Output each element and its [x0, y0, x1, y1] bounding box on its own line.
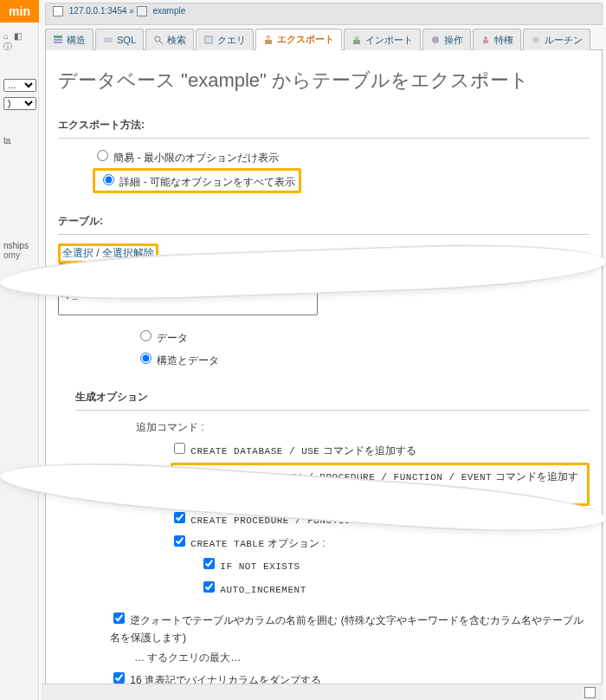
svg-rect-11	[483, 40, 488, 43]
breadcrumb-sep: »	[129, 6, 134, 16]
sql-icon	[103, 35, 113, 45]
radio-custom-label[interactable]: 詳細 - 可能なオプションをすべて表示	[99, 176, 295, 188]
radio-data[interactable]	[140, 330, 152, 341]
page-title: データベース "example" からテーブルをエクスポート	[58, 68, 590, 94]
tab-query[interactable]: クエリ	[196, 29, 254, 50]
section-export-method: エクスポート方法:	[58, 118, 590, 133]
cb-create-db[interactable]	[174, 443, 185, 454]
cb-enclose[interactable]	[113, 612, 125, 624]
help-icon[interactable]: ⓘ	[3, 42, 12, 51]
db-select[interactable]: )	[3, 97, 36, 110]
radio-data-label[interactable]: データ	[136, 332, 188, 344]
cb-hex[interactable]	[113, 672, 125, 684]
svg-rect-1	[54, 39, 62, 41]
svg-point-13	[535, 39, 537, 41]
cb-create-table-label[interactable]: CREATE TABLE オプション :	[171, 537, 326, 549]
footer-toggle-icon[interactable]	[584, 687, 596, 698]
tab-bar: 構造 SQL 検索 クエリ エクスポート インポート 操作 特権 ルーチン	[45, 29, 603, 50]
tab-sql[interactable]: SQL	[95, 29, 144, 50]
content: データベース "example" からテーブルをエクスポート エクスポート方法:…	[45, 50, 603, 700]
cb-if-not-exists-label[interactable]: IF NOT EXISTS	[200, 560, 300, 572]
cb-if-not-exists[interactable]	[203, 558, 215, 569]
footer-bar	[42, 684, 603, 700]
side-text-ta: ta	[3, 136, 35, 146]
server-icon	[53, 6, 63, 16]
cb-auto-inc[interactable]	[203, 581, 215, 593]
cb-create-table[interactable]	[174, 535, 185, 547]
structure-icon	[53, 35, 63, 45]
server-select[interactable]: …	[3, 79, 36, 92]
side-text-omy: omy	[3, 250, 35, 260]
routines-icon	[531, 35, 541, 45]
section-tables: テーブル:	[58, 214, 590, 229]
side-text-nships: nships	[3, 241, 35, 250]
privileges-icon	[480, 35, 491, 45]
home-icon[interactable]: ⌂	[3, 31, 9, 41]
gear-icon	[430, 35, 441, 45]
radio-quick-label[interactable]: 簡易 - 最小限のオプションだけ表示	[93, 152, 279, 164]
search-icon	[153, 35, 164, 45]
svg-line-5	[159, 41, 163, 44]
tab-operations[interactable]: 操作	[422, 29, 471, 50]
tab-routines[interactable]: ルーチン	[523, 29, 590, 50]
breadcrumb: 127.0.0.1:3454 » example	[45, 3, 603, 25]
svg-rect-8	[353, 40, 360, 44]
label-add-command: 追加コマンド :	[136, 419, 590, 436]
app-logo: min	[0, 0, 39, 23]
import-icon	[351, 35, 362, 45]
database-icon	[137, 6, 147, 16]
svg-rect-2	[54, 42, 62, 43]
sql-icon[interactable]: ◧	[14, 31, 22, 41]
radio-struct-data-label[interactable]: 構造とデータ	[136, 354, 219, 366]
svg-point-10	[484, 36, 487, 40]
tab-structure[interactable]: 構造	[45, 29, 93, 50]
radio-struct-data[interactable]	[140, 353, 152, 364]
svg-rect-3	[104, 37, 113, 42]
tab-search[interactable]: 検索	[145, 29, 194, 50]
export-icon	[263, 35, 274, 45]
link-select-all[interactable]: 全選択	[62, 247, 93, 259]
sidebar: min ⌂ ◧ ⓘ … ) ta nships omy	[0, 0, 39, 700]
tab-export[interactable]: エクスポート	[255, 29, 342, 50]
svg-rect-0	[54, 36, 62, 38]
cb-enclose-label[interactable]: 逆クォートでテーブルやカラムの名前を囲む (特殊な文字やキーワードを含むカラム名…	[110, 614, 583, 643]
radio-custom[interactable]	[103, 174, 114, 185]
section-generation: 生成オプション	[75, 390, 590, 405]
tab-import[interactable]: インポート	[344, 29, 421, 50]
cb-auto-inc-label[interactable]: AUTO_INCREMENT	[200, 583, 306, 595]
radio-quick[interactable]	[97, 150, 108, 161]
cb-create-db-label[interactable]: CREATE DATABASE / USE コマンドを追加する	[171, 444, 416, 457]
cb-create-proc[interactable]	[174, 512, 185, 523]
tab-privileges[interactable]: 特権	[473, 29, 521, 50]
breadcrumb-db[interactable]: example	[152, 6, 185, 16]
svg-point-9	[432, 36, 439, 43]
breadcrumb-host[interactable]: 127.0.0.1:3454	[69, 6, 127, 16]
query-icon	[203, 35, 214, 45]
svg-rect-6	[205, 36, 212, 43]
text-max-rows: … するクエリの最大…	[134, 650, 590, 666]
svg-rect-7	[265, 40, 272, 44]
